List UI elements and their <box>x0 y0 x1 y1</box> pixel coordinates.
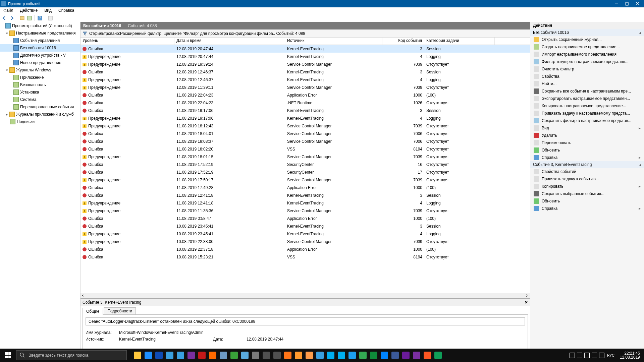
tree-log-security[interactable]: Безопасность <box>0 81 80 88</box>
tree-item-device-manager[interactable]: Диспетчер устройств - V <box>0 52 80 59</box>
col-source[interactable]: Источник <box>285 38 382 45</box>
systray-icon[interactable] <box>599 353 604 358</box>
action-import[interactable]: Импорт настраиваемого представления <box>530 51 644 58</box>
taskbar-app-icon[interactable] <box>229 349 239 362</box>
nav-forward-button[interactable] <box>9 15 15 21</box>
tree-custom-views[interactable]: ▾ Настраиваемые представления <box>0 29 80 37</box>
scroll-right-icon[interactable]: > <box>525 293 530 298</box>
event-row[interactable]: Предупреждение11.08.2019 18:01:15Service… <box>80 153 530 161</box>
expander-icon[interactable]: ▾ <box>5 68 9 72</box>
toolbar-help-button[interactable]: ? <box>37 15 43 21</box>
taskbar-app-icon[interactable] <box>239 349 250 362</box>
action-evtprops[interactable]: Свойства событий <box>530 168 644 175</box>
menu-file[interactable]: Файл <box>0 7 17 14</box>
action-savefilter[interactable]: Сохранить фильтр в настраиваемое предста… <box>530 117 644 124</box>
tree-root[interactable]: Просмотр событий (Локальный) <box>0 22 80 29</box>
event-row[interactable]: Ошибка11.08.2019 17:52:19SecurityCenter1… <box>80 168 530 176</box>
taskbar-app-icon[interactable] <box>411 349 422 362</box>
col-level[interactable]: Уровень <box>80 38 174 45</box>
taskbar-app-icon[interactable] <box>390 349 400 362</box>
close-button[interactable]: ✕ <box>636 0 639 7</box>
event-row[interactable]: Предупреждение11.08.2019 11:35:36Service… <box>80 207 530 215</box>
event-row[interactable]: Ошибка12.08.2019 20:47:44Kernel-EventTra… <box>80 45 530 53</box>
action-view[interactable]: Вид▸ <box>530 124 644 132</box>
menu-view[interactable]: Вид <box>41 7 55 14</box>
action-refresh[interactable]: Обновить <box>530 146 644 154</box>
taskbar-app-icon[interactable] <box>325 349 336 362</box>
col-datetime[interactable]: Дата и время <box>174 38 285 45</box>
taskbar-app-icon[interactable] <box>143 349 154 362</box>
action-attach[interactable]: Привязать задачу к событию... <box>530 175 644 183</box>
tree-windows-logs[interactable]: ▾ Журналы Windows <box>0 66 80 74</box>
tab-general[interactable]: Общие <box>83 308 103 315</box>
event-row[interactable]: Предупреждение10.08.2019 23:45:41Kernel-… <box>80 230 530 238</box>
event-list-container[interactable]: Уровень Дата и время Источник Код событи… <box>80 38 530 293</box>
taskbar-app-icon[interactable] <box>433 349 443 362</box>
action-help[interactable]: Справка▸ <box>530 205 644 212</box>
taskbar-app-icon[interactable] <box>315 349 325 362</box>
event-row[interactable]: Предупреждение12.08.2019 20:47:44Kernel-… <box>80 53 530 60</box>
action-export[interactable]: Экспортировать настраиваемое представлен… <box>530 95 644 102</box>
event-row[interactable]: Предупреждение12.08.2019 12:46:37Kernel-… <box>80 76 530 83</box>
event-row[interactable]: Ошибка12.08.2019 12:46:37Kernel-EventTra… <box>80 68 530 76</box>
action-copy[interactable]: Копировать▸ <box>530 183 644 190</box>
start-button[interactable] <box>0 349 16 362</box>
action-find[interactable]: Найти... <box>530 80 644 87</box>
action-save[interactable]: Сохранить все события в настраиваемом пр… <box>530 87 644 95</box>
taskbar-app-icon[interactable] <box>207 349 218 362</box>
action-open[interactable]: Открыть сохраненный журнал... <box>530 36 644 43</box>
maximize-button[interactable]: ▢ <box>625 0 629 7</box>
taskbar-app-icon[interactable] <box>197 349 207 362</box>
taskbar-app-icon[interactable] <box>400 349 411 362</box>
taskbar-app-icon[interactable] <box>186 349 197 362</box>
tree-subscriptions[interactable]: Подписки <box>0 118 80 125</box>
event-row[interactable]: Ошибка11.08.2019 18:03:37Service Control… <box>80 137 530 145</box>
action-filter[interactable]: Фильтр текущего настраиваемого представл… <box>530 58 644 65</box>
event-row[interactable]: Ошибка11.08.2019 17:52:19SecurityCenter1… <box>80 161 530 168</box>
event-row[interactable]: Предупреждение12.08.2019 19:39:24Service… <box>80 60 530 68</box>
toolbar-btn-2[interactable] <box>26 15 33 21</box>
minimize-button[interactable]: ─ <box>615 0 618 7</box>
event-row[interactable]: Ошибка11.08.2019 19:17:06Kernel-EventTra… <box>80 107 530 114</box>
event-row[interactable]: Ошибка10.08.2019 15:23:21VSS8194Отсутств… <box>80 253 530 261</box>
horizontal-scrollbar[interactable]: < > <box>80 293 530 298</box>
collapse-icon[interactable]: ▴ <box>639 30 641 35</box>
tree-item-admin-events[interactable]: События управления <box>0 37 80 44</box>
menu-help[interactable]: Справка <box>55 7 77 14</box>
action-rename[interactable]: Переименовать <box>530 139 644 146</box>
taskbar-app-icon[interactable] <box>132 349 143 362</box>
action-clear[interactable]: Очистить фильтр <box>530 65 644 73</box>
tree-log-application[interactable]: Приложение <box>0 74 80 81</box>
systray-icon[interactable] <box>577 353 582 358</box>
expander-icon[interactable]: ▾ <box>5 31 9 36</box>
collapse-icon[interactable]: ▴ <box>639 162 641 167</box>
detail-close-button[interactable]: ✕ <box>525 300 528 305</box>
taskbar-app-icon[interactable] <box>175 349 186 362</box>
taskbar-app-icon[interactable] <box>422 349 433 362</box>
action-create[interactable]: Создать настраиваемое представление... <box>530 43 644 51</box>
tab-details[interactable]: Подробности <box>104 307 136 314</box>
event-row[interactable]: Предупреждение11.08.2019 17:50:17Service… <box>80 176 530 184</box>
action-help[interactable]: Справка▸ <box>530 154 644 161</box>
taskbar-app-icon[interactable] <box>336 349 347 362</box>
taskbar-search[interactable]: Введите здесь текст для поиска <box>16 350 127 360</box>
tree-log-system[interactable]: Система <box>0 96 80 103</box>
action-delete[interactable]: Удалить <box>530 132 644 139</box>
taskbar-app-icon[interactable] <box>250 349 261 362</box>
systray-icon[interactable] <box>584 353 590 358</box>
event-row[interactable]: Ошибка11.08.2019 22:04:23Application Err… <box>80 91 530 99</box>
lang-indicator[interactable]: РУС <box>607 353 614 357</box>
tree-app-logs[interactable]: ▸ Журналы приложений и служб <box>0 111 80 118</box>
toolbar-btn-3[interactable] <box>47 15 53 21</box>
taskbar-app-icon[interactable] <box>272 349 282 362</box>
tree-log-setup[interactable]: Установка <box>0 88 80 96</box>
taskbar-app-icon[interactable] <box>379 349 390 362</box>
event-row[interactable]: Предупреждение12.08.2019 11:39:11Service… <box>80 83 530 91</box>
action-refresh[interactable]: Обновить <box>530 197 644 205</box>
systray-icon[interactable] <box>570 353 575 358</box>
col-category[interactable]: Категория задачи <box>424 38 495 45</box>
event-row[interactable]: Ошибка11.08.2019 17:49:28Application Err… <box>80 184 530 191</box>
scroll-left-icon[interactable]: < <box>80 293 86 298</box>
systray-icon[interactable] <box>592 353 597 358</box>
action-props[interactable]: Свойства <box>530 73 644 80</box>
